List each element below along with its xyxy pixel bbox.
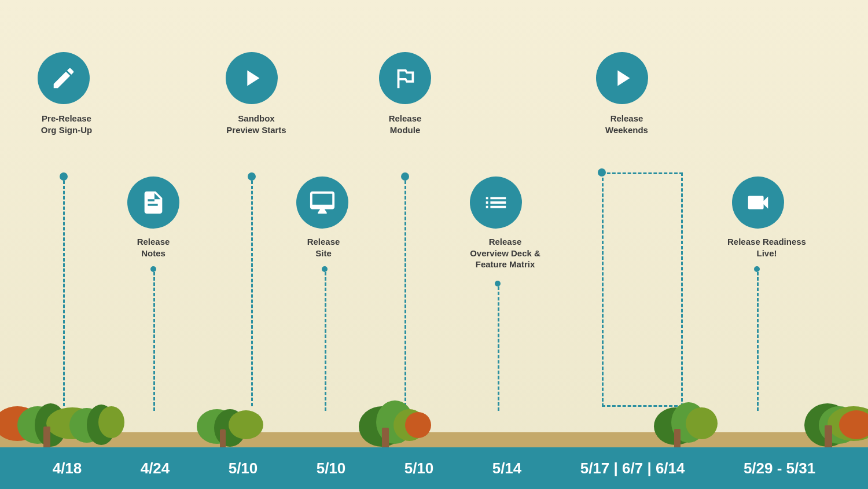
release-readiness-dot: [754, 266, 760, 272]
release-readiness-icon: [732, 177, 784, 229]
release-module-icon: [379, 52, 431, 104]
release-weekends-label: ReleaseWeekends: [589, 113, 664, 135]
release-notes-icon: [127, 177, 179, 229]
sandbox-preview-label: SandboxPreview Starts: [213, 113, 300, 135]
date-514: 5/14: [492, 459, 522, 477]
release-site-label: ReleaseSite: [292, 236, 355, 259]
release-module-label: ReleaseModule: [370, 113, 440, 135]
bottom-bar: 4/18 4/24 5/10 5/10 5/10 5/14 5/17 | 6/7…: [0, 447, 868, 489]
release-notes-label: ReleaseNotes: [119, 236, 188, 259]
date-418: 4/18: [53, 459, 82, 477]
pre-release-icon: [38, 52, 90, 104]
release-site-icon: [296, 177, 348, 229]
sandbox-preview-icon: [226, 52, 278, 104]
date-510c: 5/10: [404, 459, 434, 477]
release-module-dot: [401, 172, 409, 181]
release-weekends-dot: [598, 168, 606, 177]
date-510b: 5/10: [317, 459, 346, 477]
release-overview-dot: [495, 281, 501, 286]
release-weekends-icon: [596, 52, 648, 104]
date-510a: 5/10: [229, 459, 258, 477]
release-overview-icon: [470, 177, 522, 229]
pre-release-line: [63, 181, 65, 406]
release-readiness-label: Release ReadinessLive!: [718, 236, 816, 259]
scenery: [0, 374, 868, 450]
sandbox-preview-line: [251, 181, 253, 406]
release-overview-label: ReleaseOverview Deck &Feature Matrix: [459, 236, 551, 270]
release-weekends-rect: [602, 172, 683, 407]
date-readiness: 5/29 - 5/31: [744, 459, 815, 477]
sandbox-preview-dot: [248, 172, 256, 181]
date-424: 4/24: [141, 459, 170, 477]
release-module-line: [404, 181, 406, 406]
pre-release-label: Pre-ReleaseOrg Sign-Up: [26, 113, 107, 135]
release-site-dot: [322, 266, 328, 272]
date-weekends: 5/17 | 6/7 | 6/14: [580, 459, 685, 477]
pre-release-dot: [60, 172, 68, 181]
release-notes-dot: [150, 266, 156, 272]
